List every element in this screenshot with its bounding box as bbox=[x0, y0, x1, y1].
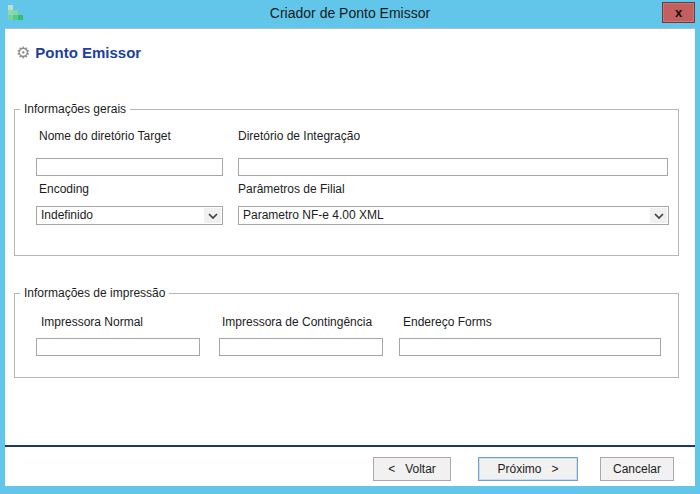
select-encoding-value: Indefinido bbox=[41, 208, 93, 222]
chevron-down-icon bbox=[650, 208, 667, 223]
group-informacoes-impressao: Informações de impressão Impressora Norm… bbox=[14, 293, 679, 378]
input-endereco-forms[interactable] bbox=[399, 338, 661, 356]
titlebar[interactable]: Criador de Ponto Emissor x bbox=[0, 0, 700, 28]
input-impressora-contingencia[interactable] bbox=[219, 338, 383, 356]
label-endereco-forms: Endereço Forms bbox=[403, 315, 492, 329]
group-informacoes-gerais: Informações gerais Nome do diretório Tar… bbox=[14, 109, 679, 256]
proximo-button[interactable]: Próximo > bbox=[478, 457, 578, 481]
close-button[interactable]: x bbox=[662, 2, 695, 23]
cancelar-button[interactable]: Cancelar bbox=[600, 457, 674, 481]
dialog-content: ⚙ Ponto Emissor Informações gerais Nome … bbox=[5, 28, 695, 486]
group-legend-impressao: Informações de impressão bbox=[20, 286, 169, 300]
label-parametros-filial: Parâmetros de Filial bbox=[238, 182, 345, 196]
group-legend-gerais: Informações gerais bbox=[20, 102, 130, 116]
label-impressora-normal: Impressora Normal bbox=[41, 315, 143, 329]
voltar-button[interactable]: < Voltar bbox=[373, 457, 451, 481]
gear-icon: ⚙ bbox=[16, 45, 30, 61]
select-encoding[interactable]: Indefinido bbox=[36, 206, 223, 225]
select-parametros-filial[interactable]: Parametro NF-e 4.00 XML bbox=[238, 206, 669, 225]
input-diretorio-integracao[interactable] bbox=[238, 158, 668, 176]
label-nome-diretorio-target: Nome do diretório Target bbox=[39, 129, 171, 143]
label-diretorio-integracao: Diretório de Integração bbox=[238, 129, 360, 143]
chevron-down-icon bbox=[204, 208, 221, 223]
label-impressora-contingencia: Impressora de Contingência bbox=[222, 315, 372, 329]
input-nome-diretorio-target[interactable] bbox=[36, 158, 223, 176]
page-title: Ponto Emissor bbox=[35, 44, 141, 61]
window-title: Criador de Ponto Emissor bbox=[0, 0, 700, 28]
label-encoding: Encoding bbox=[39, 182, 89, 196]
dialog-window: Criador de Ponto Emissor x ⚙ Ponto Emiss… bbox=[0, 0, 700, 494]
input-impressora-normal[interactable] bbox=[36, 338, 200, 356]
select-parametros-filial-value: Parametro NF-e 4.00 XML bbox=[243, 208, 384, 222]
footer-separator bbox=[5, 445, 695, 447]
page-header: ⚙ Ponto Emissor bbox=[16, 44, 141, 61]
